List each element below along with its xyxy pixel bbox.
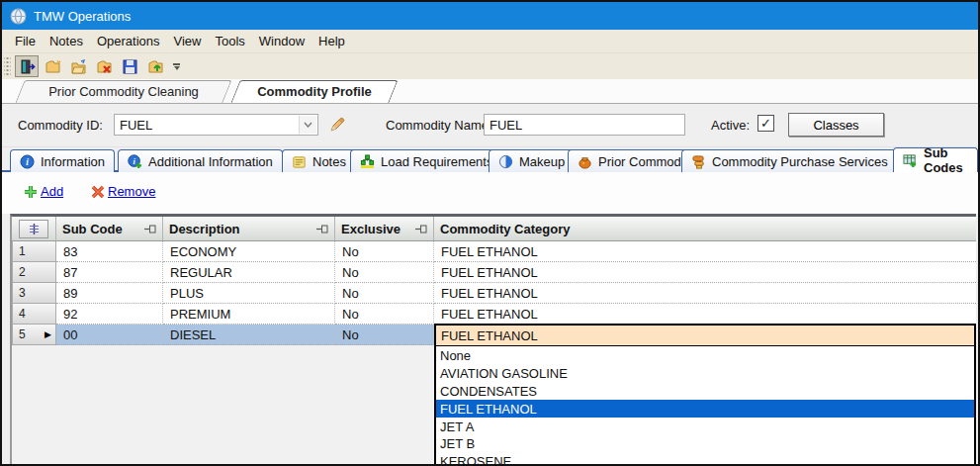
row-number: 3 <box>19 286 26 300</box>
toolbar-grip[interactable] <box>4 56 11 76</box>
table-row[interactable]: 2 87 REGULAR No FUEL ETHANOL <box>12 262 976 283</box>
app-window: TMW Operations File Notes Operations Vie… <box>0 0 980 466</box>
row-number: 4 <box>19 307 26 321</box>
cell-sub-code[interactable]: 83 <box>56 241 163 262</box>
pin-icon[interactable] <box>144 225 156 233</box>
tab-commodity-profile[interactable]: Commodity Profile <box>235 80 394 103</box>
cell-exclusive[interactable]: No <box>335 304 434 325</box>
cell-exclusive[interactable]: No <box>335 241 434 262</box>
dropdown-option[interactable]: None <box>436 347 974 365</box>
row-number: 2 <box>19 265 26 279</box>
export-button[interactable] <box>143 55 167 77</box>
tab-prior-commodity-cleaning[interactable]: Prior Commodity Cleaning <box>20 80 227 103</box>
dropdown-option[interactable]: AVIATION GASOLINE <box>436 365 974 383</box>
active-row-marker-icon: ▶ <box>45 329 51 339</box>
table-row[interactable]: 1 83 ECONOMY No FUEL ETHANOL <box>12 241 976 262</box>
save-button[interactable] <box>118 55 141 77</box>
chevron-down-icon <box>174 66 180 70</box>
cell-exclusive[interactable]: No <box>335 262 434 283</box>
tab-makeup[interactable]: Makeup <box>489 149 575 172</box>
cell-sub-code[interactable]: 89 <box>56 283 163 304</box>
add-plus-icon <box>24 185 38 199</box>
column-header-exclusive[interactable]: Exclusive <box>335 217 434 240</box>
menu-file[interactable]: File <box>8 31 43 51</box>
table-row[interactable]: 3 89 PLUS No FUEL ETHANOL <box>12 283 976 304</box>
active-checkbox[interactable]: ✓ <box>757 115 774 132</box>
cell-sub-code[interactable]: 87 <box>56 262 163 283</box>
pin-icon[interactable] <box>316 225 328 233</box>
cell-exclusive[interactable]: No <box>335 325 434 345</box>
cell-sub-code[interactable]: 00 <box>56 325 163 345</box>
row-header[interactable]: 3 <box>12 283 56 304</box>
purchase-services-icon <box>691 154 706 169</box>
classes-button[interactable]: Classes <box>788 113 884 137</box>
menu-window[interactable]: Window <box>252 31 312 51</box>
row-header[interactable]: 4 <box>12 304 56 325</box>
commodity-id-combobox[interactable]: FUEL <box>114 114 318 136</box>
cell-commodity-category[interactable]: FUEL ETHANOL <box>434 262 976 283</box>
column-chooser-icon <box>28 223 41 235</box>
cell-commodity-category[interactable]: FUEL ETHANOL <box>434 283 976 304</box>
cell-description[interactable]: ECONOMY <box>163 241 335 262</box>
cell-description[interactable]: DIESEL <box>163 325 335 345</box>
cell-commodity-category[interactable]: FUEL ETHANOL <box>434 304 976 325</box>
row-number: 5 <box>19 327 26 341</box>
column-chooser-button[interactable] <box>19 220 48 238</box>
combo-dropdown-button[interactable] <box>299 116 316 134</box>
edit-pencil-icon[interactable] <box>328 116 346 134</box>
row-header[interactable]: 2 <box>12 262 56 283</box>
column-header-description[interactable]: Description <box>163 217 335 240</box>
table-row[interactable]: 4 92 PREMIUM No FUEL ETHANOL <box>12 304 976 325</box>
column-header-sub-code[interactable]: Sub Code <box>56 217 163 240</box>
grid-header-row: Sub Code Description Exclusive Commodity… <box>12 217 976 241</box>
close-folder-button[interactable] <box>92 55 116 77</box>
pin-icon[interactable] <box>415 225 427 233</box>
menu-notes[interactable]: Notes <box>43 31 90 51</box>
open-button[interactable] <box>66 55 90 77</box>
dropdown-option[interactable]: CONDENSATES <box>436 383 974 401</box>
toolbar-overflow-button[interactable] <box>170 55 183 77</box>
tab-information[interactable]: i Information <box>10 149 115 172</box>
cell-commodity-category[interactable]: FUEL ETHANOL <box>434 241 976 262</box>
dropdown-option[interactable]: KEROSENE <box>436 453 974 464</box>
tab-notes[interactable]: Notes <box>282 149 356 172</box>
row-number: 1 <box>19 244 26 258</box>
remove-link[interactable]: Remove <box>91 184 155 199</box>
tab-label: Commodity Profile <box>257 84 372 99</box>
cell-description[interactable]: PREMIUM <box>163 304 335 325</box>
tab-label: Makeup <box>519 154 565 169</box>
commodity-name-label: Commodity Name: <box>386 118 492 133</box>
menu-tools[interactable]: Tools <box>208 31 251 51</box>
cell-description[interactable]: PLUS <box>163 283 335 304</box>
row-header[interactable]: 1 <box>12 241 56 262</box>
classes-button-label: Classes <box>813 118 858 133</box>
grid-action-band: Add Remove <box>2 172 978 214</box>
dropdown-option[interactable]: JET A <box>436 418 974 435</box>
column-label: Commodity Category <box>440 222 570 236</box>
overflow-bar-icon <box>173 63 180 65</box>
cell-sub-code[interactable]: 92 <box>56 304 163 325</box>
commodity-name-input[interactable]: FUEL <box>484 114 685 136</box>
tab-additional-information[interactable]: i Additional Information <box>118 149 283 172</box>
cell-exclusive[interactable]: No <box>335 283 434 304</box>
menu-help[interactable]: Help <box>312 31 352 51</box>
menu-operations[interactable]: Operations <box>90 31 167 51</box>
commodity-category-dropdown: FUEL ETHANOL None AVIATION GASOLINE COND… <box>434 324 976 466</box>
menu-view[interactable]: View <box>167 31 209 51</box>
dropdown-editor-cell[interactable]: FUEL ETHANOL <box>436 326 974 346</box>
tab-commodity-purchase-services[interactable]: Commodity Purchase Services <box>681 149 898 172</box>
column-header-commodity-category[interactable]: Commodity Category <box>434 217 976 240</box>
load-requirements-icon <box>360 154 375 169</box>
dropdown-option-selected[interactable]: FUEL ETHANOL <box>436 400 974 418</box>
dropdown-option[interactable]: JET B <box>436 435 974 453</box>
tab-sub-codes[interactable]: Sub Codes <box>893 147 978 172</box>
column-label: Description <box>169 222 240 236</box>
add-link-label: Add <box>41 184 63 199</box>
cell-description[interactable]: REGULAR <box>163 262 335 283</box>
row-header[interactable]: 5 ▶ <box>12 325 56 345</box>
add-link[interactable]: Add <box>24 184 63 199</box>
new-button[interactable] <box>41 55 64 77</box>
tab-load-requirements[interactable]: Load Requirements <box>350 149 502 172</box>
exit-button[interactable] <box>15 55 39 77</box>
prior-commodity-icon <box>578 154 592 169</box>
